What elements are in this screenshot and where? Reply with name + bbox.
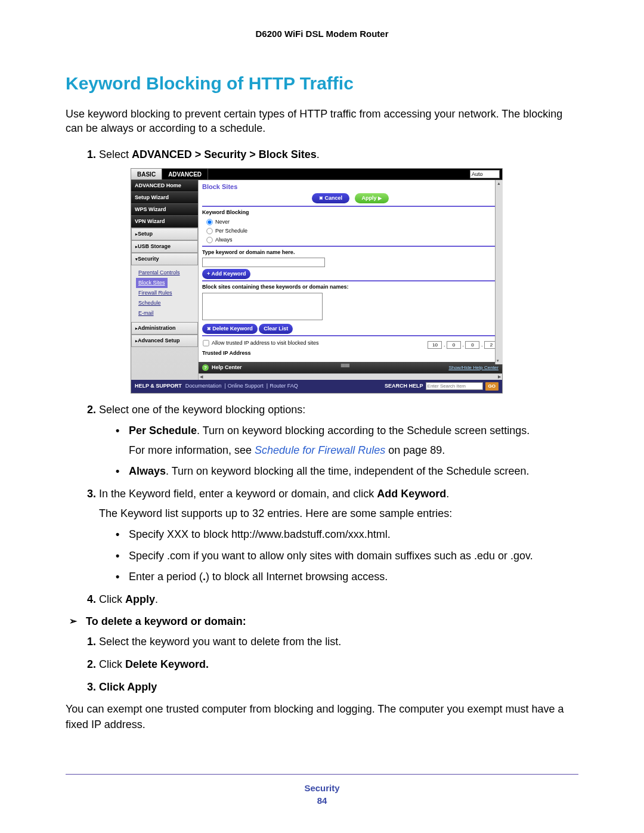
step-4: Click Apply. [99, 592, 578, 607]
radio-per-schedule-label: Per Schedule [215, 228, 247, 234]
sidebar-wps-wizard[interactable]: WPS Wizard [131, 204, 198, 216]
radio-always-label: Always [215, 237, 233, 243]
apply-button[interactable]: Apply [355, 193, 389, 203]
step1-prefix: Select [99, 148, 132, 160]
documentation-link[interactable]: Documentation [185, 382, 222, 390]
step-1: Select ADVANCED > Security > Block Sites… [99, 147, 578, 394]
chevron-up-icon[interactable]: ▀▀ [341, 363, 349, 372]
help-icon: ? [202, 364, 209, 371]
delete-step-3: Click Apply [99, 679, 578, 695]
keyword-input[interactable] [202, 258, 325, 267]
keyword-blocking-label: Keyword Blocking [202, 209, 499, 216]
radio-never[interactable] [206, 219, 212, 225]
help-center-label[interactable]: Help Center [212, 364, 242, 371]
step3-sample-1: Specify XXX to block http://www.badstuff… [116, 527, 578, 542]
scrollbar-horizontal[interactable] [199, 373, 502, 380]
product-header: D6200 WiFi DSL Modem Router [66, 29, 578, 39]
page-title: Keyword Blocking of HTTP Traffic [66, 73, 578, 94]
cancel-button[interactable]: Cancel [312, 193, 349, 203]
breadcrumb: Block Sites [202, 182, 499, 192]
sidebar-vpn-wizard[interactable]: VPN Wizard [131, 216, 198, 228]
block-list-label: Block sites containing these keywords or… [202, 283, 499, 291]
step2-more-prefix: For more information, see [129, 444, 255, 456]
step2-text: Select one of the keyword blocking optio… [99, 404, 305, 416]
step3-note: The Keyword list supports up to 32 entri… [99, 506, 578, 521]
sidebar-firewall-rules[interactable]: Firewall Rules [138, 288, 198, 298]
allow-trusted-checkbox[interactable] [203, 340, 209, 346]
delete-step-2: Click Delete Keyword. [99, 657, 578, 672]
sidebar-setup[interactable]: Setup [131, 228, 198, 240]
auto-select[interactable]: Auto [470, 170, 500, 178]
show-hide-help-link[interactable]: Show/Hide Help Center [448, 364, 499, 371]
sidebar-parental-controls[interactable]: Parental Controls [138, 268, 198, 278]
footer-section: Security [0, 783, 644, 793]
tab-basic[interactable]: BASIC [131, 169, 162, 179]
sidebar-usb-storage[interactable]: USB Storage [131, 240, 198, 253]
tab-advanced[interactable]: ADVANCED [162, 169, 208, 179]
step1-suffix: . [317, 148, 320, 160]
footer-divider [66, 774, 578, 775]
step2-more-suffix: on page 89. [385, 444, 445, 456]
keyword-list[interactable] [202, 293, 323, 320]
step-3: In the Keyword field, enter a keyword or… [99, 486, 578, 584]
ip-octet-1[interactable] [428, 341, 442, 349]
radio-always[interactable] [206, 237, 212, 243]
scrollbar-vertical[interactable] [495, 180, 503, 364]
search-help-input[interactable] [426, 382, 483, 390]
sidebar-advanced-setup[interactable]: Advanced Setup [131, 335, 198, 347]
radio-per-schedule[interactable] [206, 228, 212, 234]
sidebar-email[interactable]: E-mail [138, 308, 198, 318]
delete-keyword-button[interactable]: Delete Keyword [202, 324, 258, 334]
step3-sample-2: Specify .com if you want to allow only s… [116, 549, 578, 563]
trailing-paragraph: You can exempt one trusted computer from… [66, 702, 578, 732]
step3-sample-3: Enter a period (.) to block all Internet… [116, 569, 578, 584]
allow-trusted-label: Allow trusted IP address to visit blocke… [212, 340, 318, 346]
sidebar-administration[interactable]: Administration [131, 322, 198, 335]
trusted-ip-fields: . . . [428, 341, 499, 349]
procedure-heading: To delete a keyword or domain: [86, 615, 578, 628]
router-faq-link[interactable]: Router FAQ [270, 382, 298, 390]
add-keyword-button[interactable]: Add Keyword [202, 269, 250, 279]
sidebar-advanced-home[interactable]: ADVANCED Home [131, 180, 198, 192]
sidebar: ADVANCED Home Setup Wizard WPS Wizard VP… [131, 180, 198, 380]
go-button[interactable]: GO [485, 382, 499, 391]
online-support-link[interactable]: Online Support [228, 382, 264, 390]
trusted-ip-label: Trusted IP Address [202, 350, 251, 356]
help-support-label: HELP & SUPPORT [135, 382, 182, 390]
step-2: Select one of the keyword blocking optio… [99, 402, 578, 479]
step1-path: ADVANCED > Security > Block Sites [132, 148, 317, 160]
sidebar-security[interactable]: Security [131, 253, 198, 265]
router-admin-screenshot: BASIC ADVANCED Auto ADVANCED Home Setup … [131, 168, 503, 394]
step2-bullet-always: Always. Turn on keyword blocking all the… [116, 464, 578, 479]
ip-octet-3[interactable] [465, 341, 479, 349]
ip-octet-2[interactable] [447, 341, 461, 349]
schedule-link[interactable]: Schedule for Firewall Rules [255, 444, 385, 456]
intro-text: Use keyword blocking to prevent certain … [66, 107, 578, 136]
clear-list-button[interactable]: Clear List [259, 324, 293, 334]
sidebar-setup-wizard[interactable]: Setup Wizard [131, 192, 198, 204]
step2-bullet-per-schedule: Per Schedule. Turn on keyword blocking a… [116, 423, 578, 458]
content-pane: Block Sites Cancel Apply Keyword Blockin… [198, 180, 502, 380]
search-help-label: SEARCH HELP [385, 382, 423, 390]
type-keyword-label: Type keyword or domain name here. [202, 249, 499, 256]
delete-step-1: Select the keyword you want to delete fr… [99, 634, 578, 649]
sidebar-schedule[interactable]: Schedule [138, 298, 198, 308]
footer-page-number: 84 [0, 795, 644, 806]
radio-never-label: Never [215, 219, 230, 225]
sidebar-block-sites[interactable]: Block Sites [136, 278, 168, 288]
